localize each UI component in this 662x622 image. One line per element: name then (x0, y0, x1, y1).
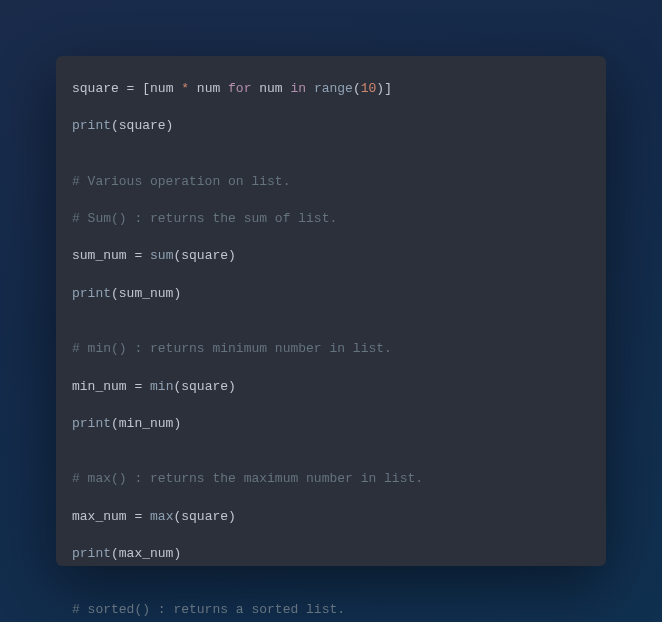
code-line: print(max_num) (72, 545, 590, 564)
code-line: # Various operation on list. (72, 173, 590, 192)
code-line: square = [num * num for num in range(10)… (72, 80, 590, 99)
code-line: print(min_num) (72, 415, 590, 434)
code-card: square = [num * num for num in range(10)… (56, 56, 606, 566)
code-line: max_num = max(square) (72, 508, 590, 527)
code-block: square = [num * num for num in range(10)… (72, 80, 590, 622)
code-line: min_num = min(square) (72, 378, 590, 397)
code-line: # Sum() : returns the sum of list. (72, 210, 590, 229)
code-line: sum_num = sum(square) (72, 247, 590, 266)
code-line: print(square) (72, 117, 590, 136)
code-line: # sorted() : returns a sorted list. (72, 601, 590, 620)
code-line: # min() : returns minimum number in list… (72, 340, 590, 359)
code-line: print(sum_num) (72, 285, 590, 304)
code-line: # max() : returns the maximum number in … (72, 470, 590, 489)
